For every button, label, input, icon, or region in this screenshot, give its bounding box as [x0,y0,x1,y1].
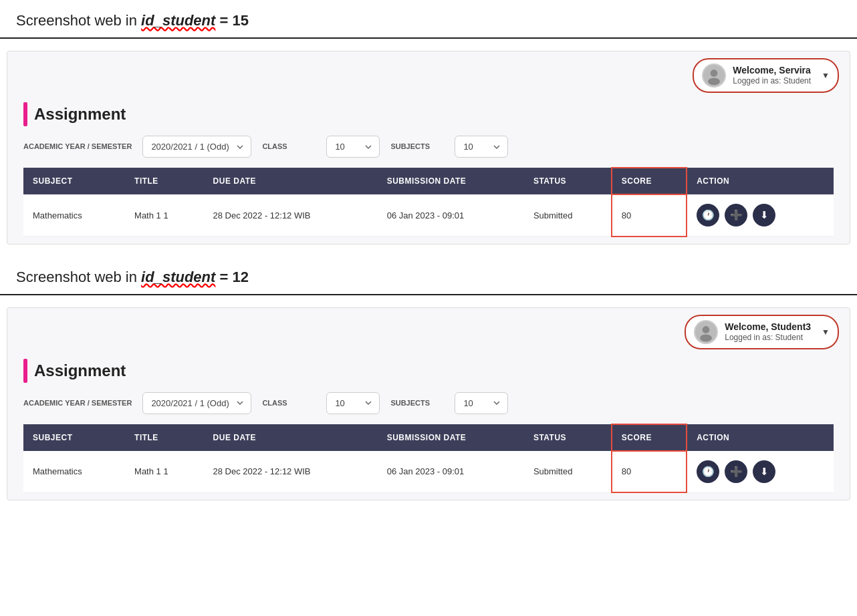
cell-status: Submitted [524,194,612,237]
class-select-1[interactable]: 10 [326,136,380,158]
user-logged-1: Logged in as: Student [733,76,811,87]
cell-submission-date: 06 Jan 2023 - 09:01 [378,194,524,237]
table-container-1: SUBJECT TITLE DUE DATE SUBMISSION DATE S… [23,167,834,237]
cell-title: Math 1 1 [125,194,204,237]
section-1: Welcome, Servira Logged in as: Student ▼… [7,51,850,245]
header-prefix-2: Screenshot web in [16,269,141,285]
cell-due-date: 28 Dec 2022 - 12:12 WIB [204,194,378,237]
col-subject-1: SUBJECT [23,168,125,194]
table-row: Mathematics Math 1 1 28 Dec 2022 - 12:12… [23,194,834,237]
user-info-box-2[interactable]: Welcome, Student3 Logged in as: Student … [685,315,839,349]
academic-year-select-2[interactable]: 2020/2021 / 1 (Odd) [142,392,251,414]
col-score-1: SCORE [612,168,687,194]
action-add-btn-1[interactable]: ➕ [725,204,747,226]
chevron-down-icon-1[interactable]: ▼ [822,71,830,80]
col-due-date-1: DUE DATE [204,168,378,194]
top-bar-2: Welcome, Student3 Logged in as: Student … [7,308,850,349]
table-container-2: SUBJECT TITLE DUE DATE SUBMISSION DATE S… [23,424,834,494]
assignment-header-1: Assignment [7,93,850,133]
class-label-1: CLASS [262,142,316,151]
col-submission-date-2: SUBMISSION DATE [378,424,524,451]
table-row: Mathematics Math 1 1 28 Dec 2022 - 12:12… [23,451,834,493]
user-welcome-2: Welcome, Student3 [725,321,811,333]
class-label-2: CLASS [262,398,316,408]
action-download-btn-2[interactable]: ⬇ [753,460,775,483]
cell-action-2: 🕐 ➕ ⬇ [687,451,834,493]
col-due-date-2: DUE DATE [204,424,378,451]
svg-point-2 [708,78,720,86]
pink-bar-1 [23,102,27,126]
subjects-label-2: SUBJECTS [390,398,444,408]
filter-row-1: ACADEMIC YEAR / SEMESTER 2020/2021 / 1 (… [7,133,850,167]
col-subject-2: SUBJECT [23,424,125,451]
top-bar-1: Welcome, Servira Logged in as: Student ▼ [7,51,850,93]
cell-title-2: Math 1 1 [125,451,204,493]
action-clock-btn-1[interactable]: 🕐 [697,204,719,226]
action-icons-1: 🕐 ➕ ⬇ [697,204,824,226]
svg-point-1 [711,69,718,77]
cell-submission-date-2: 06 Jan 2023 - 09:01 [378,451,524,493]
col-action-2: ACTION [687,424,834,451]
action-download-btn-1[interactable]: ⬇ [753,204,775,226]
header-var1-label: id_student [141,12,215,29]
assignments-table-2: SUBJECT TITLE DUE DATE SUBMISSION DATE S… [23,424,834,494]
svg-point-5 [700,334,712,341]
cell-action: 🕐 ➕ ⬇ [687,194,834,237]
col-action-1: ACTION [687,168,834,194]
user-text-2: Welcome, Student3 Logged in as: Student [725,321,811,343]
assignments-table-1: SUBJECT TITLE DUE DATE SUBMISSION DATE S… [23,167,834,237]
user-info-box-1[interactable]: Welcome, Servira Logged in as: Student ▼ [693,58,839,93]
academic-year-select-1[interactable]: 2020/2021 / 1 (Odd) [142,136,251,158]
col-status-1: STATUS [524,168,612,194]
col-title-2: TITLE [125,424,204,451]
class-select-2[interactable]: 10 [326,392,380,414]
section-2: Welcome, Student3 Logged in as: Student … [7,307,850,501]
header-var1-value: = 15 [219,12,248,29]
action-icons-2: 🕐 ➕ ⬇ [697,460,824,483]
subjects-select-2[interactable]: 10 [455,392,508,414]
page-header-2: Screenshot web in id_student = 12 [0,257,857,295]
cell-subject: Mathematics [23,194,125,237]
header-var2-value: = 12 [219,269,248,285]
cell-score-2: 80 [612,451,687,493]
chevron-down-icon-2[interactable]: ▼ [822,327,830,337]
page-header-1: Screenshot web in id_student = 15 [0,0,857,39]
cell-status-2: Submitted [524,451,612,493]
subjects-select-1[interactable]: 10 [455,136,508,158]
avatar-2 [694,320,718,344]
user-text-1: Welcome, Servira Logged in as: Student [733,64,811,87]
filter-row-2: ACADEMIC YEAR / SEMESTER 2020/2021 / 1 (… [7,390,850,424]
col-score-2: SCORE [612,424,687,451]
assignment-title-2: Assignment [34,361,126,380]
avatar-1 [702,63,726,88]
col-submission-date-1: SUBMISSION DATE [378,168,524,194]
cell-due-date-2: 28 Dec 2022 - 12:12 WIB [204,451,378,493]
academic-year-label-1: ACADEMIC YEAR / SEMESTER [23,142,132,151]
assignment-header-2: Assignment [7,349,850,390]
svg-point-4 [703,326,710,333]
pink-bar-2 [23,359,27,383]
cell-subject-2: Mathematics [23,451,125,493]
col-status-2: STATUS [524,424,612,451]
action-clock-btn-2[interactable]: 🕐 [697,460,719,483]
action-add-btn-2[interactable]: ➕ [725,460,747,483]
assignment-title-1: Assignment [34,105,126,124]
col-title-1: TITLE [125,168,204,194]
header-prefix-1: Screenshot web in [16,12,141,29]
user-welcome-1: Welcome, Servira [733,64,811,76]
subjects-label-1: SUBJECTS [390,142,444,151]
cell-score: 80 [612,194,687,237]
user-logged-2: Logged in as: Student [725,333,811,343]
academic-year-label-2: ACADEMIC YEAR / SEMESTER [23,398,132,408]
header-var2-label: id_student [141,269,215,285]
